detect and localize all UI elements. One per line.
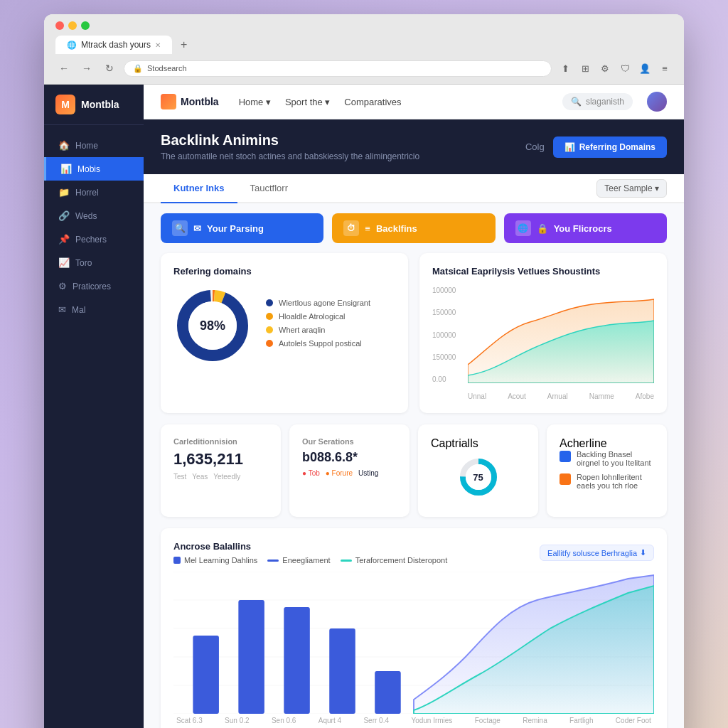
area-chart-card: Matsical Eaprilysis Vetlues Shoustints 1… [419,253,667,413]
sidebar-logo: M Montbla [44,85,144,125]
browser-tab[interactable]: 🌐 Mtrack dash yours ✕ [55,36,172,54]
stat-card-acherline: Acherline Backling Bnasel oirgnel to you… [547,424,667,517]
filter-row: 🔍 ✉ Your Parsing ⏱ ≡ Backlfins 🌐 🔒 You F… [144,203,684,253]
btn-icon: 📊 [564,142,575,152]
tabs-bar: Kutner Inks Tauctflorr Teer Sample ▾ [144,174,684,203]
top-nav-sport[interactable]: Sport the ▾ [285,97,330,107]
sidebar-item-horrel[interactable]: 📁 Horrel [44,181,144,204]
referring-domains-btn[interactable]: 📊 Referring Domains [553,136,667,158]
btn-label: Referring Domains [579,142,655,152]
sidebar-item-mobis-label: Mobis [77,164,100,174]
bookmark-btn[interactable]: ⊞ [577,60,593,76]
legend-dot-0 [266,299,273,306]
settings-btn[interactable]: ⚙ [597,60,613,76]
filter-btn-backlfins[interactable]: ⏱ ≡ Backlfins [332,213,495,243]
legend-label-1: Hloaldle Atrological [279,312,346,321]
dot-yellow[interactable] [68,21,77,30]
stat-meta-yeas: Yeas [192,473,208,481]
page-header: Backlink Animins The automatile neit sto… [144,119,684,174]
alert-text-1: Ropen lohnlleritent eaels you tch rloe [577,473,654,490]
legend-line1-label: Eneegliament [282,556,330,564]
stat-meta-test: Test [173,473,186,481]
top-nav-home[interactable]: Home ▾ [239,97,271,107]
legend-label-2: Whert araqlin [279,326,325,334]
filter-btn-your-parsing[interactable]: 🔍 ✉ Your Parsing [161,213,323,243]
stat-meta-forure: ● Forure [326,469,353,477]
donut-chart: 98% [173,287,252,365]
chart-action-btn[interactable]: Eallitfy solusce Berhraglia ⬇ [540,545,654,561]
forward-btn[interactable]: → [78,60,95,77]
praticores-icon: ⚙ [58,281,67,291]
row2-grid: Carleditionnision 1,635,211 Test Yeas Ye… [161,424,667,517]
user-avatar[interactable] [647,92,667,112]
sidebar-item-mobis[interactable]: 📊 Mobis [44,157,144,181]
dropdown-label: Teer Sample ▾ [604,183,659,193]
sidebar-nav: 🏠 Home 📊 Mobis 📁 Horrel 🔗 Weds 📌 [44,125,144,330]
donut-legend: Wiertlous agone Ensigrant Hloaldle Atrol… [266,299,395,353]
menu-btn[interactable]: ≡ [657,60,673,76]
top-search[interactable]: 🔍 slaganisth [562,93,633,110]
logo-text: Montbla [81,99,119,110]
new-tab-btn[interactable]: + [175,36,193,54]
x-label-3: Namme [589,392,614,400]
sidebar-item-mal-label: Mal [72,305,85,315]
mini-donut-value: 75 [473,472,483,483]
x-label-4: Afobe [636,392,654,400]
search-icon: 🔍 [571,97,582,107]
dot-green[interactable] [81,21,90,30]
back-btn[interactable]: ← [55,60,73,77]
address-text: Stodsearch [147,64,187,73]
sidebar-item-weds-label: Weds [75,211,97,221]
legend-line-2 [341,560,352,562]
stat-meta-tob: ● Tob [302,469,320,477]
sidebar: M Montbla 🏠 Home 📊 Mobis 📁 Horrel 🔗 [44,85,144,728]
y-label-2: 100000 [432,331,464,339]
svg-rect-18 [375,671,401,714]
header-link[interactable]: Colg [525,141,545,152]
filter-label-back: Backlfins [376,223,417,234]
shield-icon[interactable]: 🛡 [617,60,633,76]
alert-icon-1 [560,473,571,485]
chart-svg-container [468,287,654,383]
filter-search-icon: 🔍 [172,220,188,236]
tabs-dropdown[interactable]: Teer Sample ▾ [596,179,667,198]
x-4: Serr 0.4 [363,717,389,724]
tab-tauctflorr[interactable]: Tauctflorr [237,174,301,203]
address-bar[interactable]: 🔒 Stodsearch [124,60,552,77]
chart-action-label: Eallitfy solusce Berhraglia [547,549,637,557]
logo-icon: M [55,95,75,114]
legend-dot-3 [266,340,273,347]
tab-kutner-inks[interactable]: Kutner Inks [161,174,237,203]
stat-value-1: b088.6.8* [302,450,397,465]
filter-btn-flicrocrs[interactable]: 🌐 🔒 You Flicrocrs [504,213,667,243]
bottom-chart-left: Ancrose Balallins Mel Learning Dahlins E… [173,541,447,564]
refresh-btn[interactable]: ↻ [101,60,118,77]
sidebar-item-home[interactable]: 🏠 Home [44,134,144,157]
dot-red[interactable] [55,21,64,30]
sidebar-item-pechers[interactable]: 📌 Pechers [44,228,144,251]
x-9: Coder Foot [616,717,651,724]
top-nav-comparatives[interactable]: Comparatives [344,97,401,107]
alert-icon-0 [560,451,571,462]
stat-value-0: 1,635,211 [173,450,268,469]
y-label-3: 150000 [432,353,464,361]
tab-close-btn[interactable]: ✕ [155,41,161,49]
main-content: Montbla Home ▾ Sport the ▾ Comparatives … [144,85,684,728]
mini-donut-chart: 75 [457,456,500,498]
legend-item-line2: Teraforcement Disteropont [341,556,448,564]
tab-kutner-label: Kutner Inks [173,183,225,193]
sidebar-item-weds[interactable]: 🔗 Weds [44,204,144,228]
alert-text-0: Backling Bnasel oirgnel to you Itelitant [577,450,654,467]
sidebar-item-mal[interactable]: ✉ Mal [44,298,144,321]
tabs-action: Teer Sample ▾ [596,179,667,198]
stat-meta-yeteedly: Yeteedly [213,473,240,481]
y-label-1: 150000 [432,309,464,316]
sidebar-item-tato[interactable]: 📈 Toro [44,251,144,274]
mobis-icon: 📊 [60,164,72,174]
sidebar-item-praticores[interactable]: ⚙ Praticores [44,274,144,298]
profile-btn[interactable]: 👤 [637,60,653,76]
sidebar-item-horrel-label: Horrel [75,188,99,198]
share-btn[interactable]: ⬆ [557,60,573,76]
page-subtitle: The automatile neit stoch actines and ba… [161,151,419,161]
svg-rect-14 [193,636,219,714]
